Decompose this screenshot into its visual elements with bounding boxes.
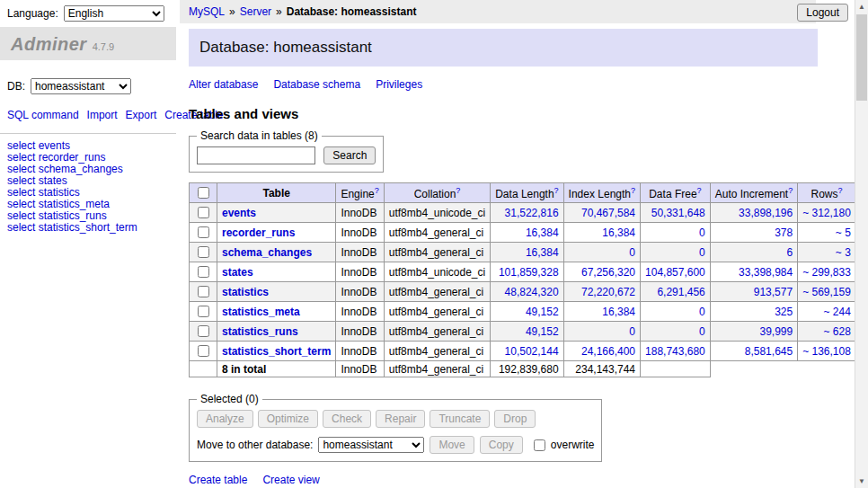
column-help-link[interactable]: ? xyxy=(375,186,379,195)
row-checkbox[interactable] xyxy=(198,207,209,218)
row-checkbox[interactable] xyxy=(198,266,209,278)
table-name-link[interactable]: statistics_short_term xyxy=(222,345,331,358)
data-length-link[interactable]: 48,824,320 xyxy=(505,286,559,298)
data-length-link[interactable]: 16,384 xyxy=(526,246,559,259)
auto-increment-link[interactable]: 913,577 xyxy=(754,286,793,298)
index-length-link[interactable]: 0 xyxy=(629,246,635,259)
row-checkbox[interactable] xyxy=(198,286,209,297)
table-name-link[interactable]: statistics_meta xyxy=(222,306,300,318)
data-length-link[interactable]: 49,152 xyxy=(526,325,559,338)
column-help-link[interactable]: ? xyxy=(838,186,843,195)
rows-link[interactable]: ~ 5 xyxy=(836,226,851,239)
table-name-link[interactable]: states xyxy=(222,266,253,279)
sidebar-select-link[interactable]: select statistics_runs xyxy=(7,210,169,222)
copy-button[interactable]: Copy xyxy=(480,436,523,454)
analyze-button[interactable]: Analyze xyxy=(197,410,253,428)
index-length-link[interactable]: 0 xyxy=(629,325,635,338)
data-free-link[interactable]: 188,743,680 xyxy=(645,345,705,358)
move-db-select[interactable]: homeassistant xyxy=(318,437,424,453)
rows-link[interactable]: ~ 569,159 xyxy=(802,286,851,298)
language-select[interactable]: English xyxy=(64,5,164,22)
column-help-link[interactable]: ? xyxy=(456,186,460,195)
data-free-link[interactable]: 0 xyxy=(699,306,705,318)
column-help-link[interactable]: ? xyxy=(554,186,559,195)
data-free-link[interactable]: 50,331,648 xyxy=(651,207,705,219)
create-link-create-view[interactable]: Create view xyxy=(262,474,319,486)
sidebar-select-link[interactable]: select recorder_runs xyxy=(7,152,169,164)
breadcrumb-link[interactable]: Server xyxy=(240,5,271,18)
index-length-link[interactable]: 16,384 xyxy=(602,306,635,318)
row-checkbox[interactable] xyxy=(198,345,209,357)
data-free-link[interactable]: 0 xyxy=(699,246,705,259)
move-button[interactable]: Move xyxy=(430,436,474,454)
search-button[interactable]: Search xyxy=(323,146,376,164)
column-help-link[interactable]: ? xyxy=(631,186,635,195)
sidebar-select-link[interactable]: select statistics_short_term xyxy=(7,222,169,234)
action-link-alter-database[interactable]: Alter database xyxy=(189,78,258,91)
breadcrumb-link[interactable]: MySQL xyxy=(189,5,225,18)
drop-button[interactable]: Drop xyxy=(494,410,536,428)
check-button[interactable]: Check xyxy=(323,410,371,428)
sidebar-select-link[interactable]: select states xyxy=(7,175,169,187)
quick-link-export[interactable]: Export xyxy=(126,109,157,121)
data-length-link[interactable]: 49,152 xyxy=(526,306,559,318)
auto-increment-link[interactable]: 33,898,196 xyxy=(739,207,793,219)
column-help-link[interactable]: ? xyxy=(697,186,702,195)
index-length-link[interactable]: 72,220,672 xyxy=(581,286,635,298)
quick-link-import[interactable]: Import xyxy=(87,109,118,121)
auto-increment-link[interactable]: 33,398,984 xyxy=(739,266,793,279)
logout-button[interactable]: Logout xyxy=(797,4,848,22)
index-length-link[interactable]: 70,467,584 xyxy=(581,207,635,219)
auto-increment-link[interactable]: 6 xyxy=(786,246,793,259)
optimize-button[interactable]: Optimize xyxy=(258,410,318,428)
data-length-link[interactable]: 16,384 xyxy=(526,226,559,239)
select-all-checkbox[interactable] xyxy=(198,187,209,199)
sidebar-select-link[interactable]: select statistics xyxy=(7,187,169,199)
sidebar-select-link[interactable]: select statistics_meta xyxy=(7,199,169,210)
scroll-up-icon[interactable]: ▲ xyxy=(855,0,868,13)
sidebar-select-link[interactable]: select schema_changes xyxy=(7,164,169,175)
rows-link[interactable]: ~ 3 xyxy=(836,246,851,259)
table-name-link[interactable]: statistics_runs xyxy=(222,325,298,338)
quick-link-sql-command[interactable]: SQL command xyxy=(7,109,79,121)
auto-increment-link[interactable]: 378 xyxy=(775,226,793,239)
rows-link[interactable]: ~ 299,833 xyxy=(802,266,851,279)
table-name-link[interactable]: events xyxy=(222,207,256,219)
auto-increment-link[interactable]: 8,581,645 xyxy=(745,345,793,358)
index-length-link[interactable]: 24,166,400 xyxy=(581,345,635,358)
scrollbar-thumb[interactable] xyxy=(856,14,867,101)
data-free-link[interactable]: 104,857,600 xyxy=(645,266,705,279)
data-free-link[interactable]: 0 xyxy=(699,325,705,338)
row-checkbox[interactable] xyxy=(198,246,209,258)
rows-link[interactable]: ~ 136,108 xyxy=(802,345,851,358)
data-length-link[interactable]: 31,522,816 xyxy=(505,207,559,219)
row-checkbox[interactable] xyxy=(198,226,209,238)
scroll-down-icon[interactable]: ▼ xyxy=(855,475,868,488)
truncate-button[interactable]: Truncate xyxy=(430,410,490,428)
index-length-link[interactable]: 16,384 xyxy=(602,226,635,239)
sidebar-select-link[interactable]: select events xyxy=(7,140,169,152)
data-free-link[interactable]: 0 xyxy=(699,226,705,239)
row-checkbox[interactable] xyxy=(198,306,209,317)
auto-increment-link[interactable]: 325 xyxy=(775,306,793,318)
data-length-link[interactable]: 101,859,328 xyxy=(499,266,559,279)
table-name-link[interactable]: schema_changes xyxy=(222,246,312,259)
data-length-link[interactable]: 10,502,144 xyxy=(505,345,559,358)
action-link-privileges[interactable]: Privileges xyxy=(376,78,422,91)
rows-link[interactable]: ~ 244 xyxy=(824,306,851,318)
auto-increment-link[interactable]: 39,999 xyxy=(759,325,793,338)
db-select[interactable]: homeassistant xyxy=(31,78,131,94)
overwrite-checkbox[interactable] xyxy=(534,439,545,451)
table-name-link[interactable]: statistics xyxy=(222,286,269,298)
data-free-link[interactable]: 6,291,456 xyxy=(657,286,704,298)
scrollbar[interactable]: ▲ ▼ xyxy=(855,0,868,488)
rows-link[interactable]: ~ 628 xyxy=(824,325,851,338)
search-input[interactable] xyxy=(197,146,315,164)
rows-link[interactable]: ~ 312,180 xyxy=(802,207,851,219)
create-link-create-table[interactable]: Create table xyxy=(189,474,247,486)
repair-button[interactable]: Repair xyxy=(376,410,425,428)
table-name-link[interactable]: recorder_runs xyxy=(222,226,295,239)
index-length-link[interactable]: 67,256,320 xyxy=(581,266,635,279)
row-checkbox[interactable] xyxy=(198,325,209,337)
column-help-link[interactable]: ? xyxy=(788,186,793,195)
